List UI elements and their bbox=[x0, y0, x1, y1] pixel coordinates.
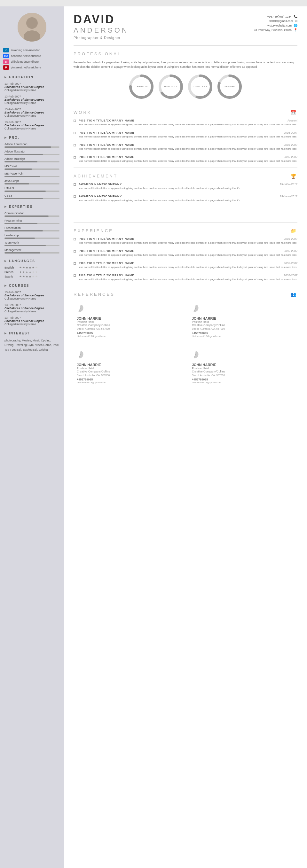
star-5: ★ bbox=[32, 266, 34, 269]
experties-skill-item: Presentation bbox=[4, 226, 60, 231]
website-icon: 🌐 bbox=[294, 24, 298, 27]
work-item: POSITION TITLE/COMPANY NAME 2005-2007 le… bbox=[73, 131, 298, 139]
work-title-row: POSITION TITLE/COMPANY NAME 2005-2007 bbox=[79, 274, 298, 277]
work-dot bbox=[73, 120, 76, 122]
pro-skill-item: Adobe InDesign bbox=[4, 157, 60, 162]
social-item-behance[interactable]: Be behance.net/userishere bbox=[3, 54, 61, 58]
skill-bar-fill bbox=[4, 198, 43, 199]
work-content: AWARDS NAME/COMPANY 15-Janu-2012 less no… bbox=[79, 195, 298, 203]
ref-feather-icon bbox=[192, 350, 294, 361]
work-title: AWARDS NAME/COMPANY bbox=[79, 195, 122, 198]
skill-bar-bg bbox=[4, 147, 60, 148]
ref-address: Street, Australia, CA. 567098 bbox=[192, 374, 294, 377]
work-content: AWARDS NAME/COMPANY 15-Janu-2012 less no… bbox=[79, 183, 298, 190]
concept-label: CONCEPT bbox=[193, 85, 208, 88]
skill-bar-fill bbox=[4, 161, 37, 162]
experties-bar-fill bbox=[4, 238, 35, 239]
ref-name: JOHN HARRIE bbox=[192, 363, 294, 367]
experience-icon: 📁 bbox=[291, 228, 298, 234]
work-dot bbox=[73, 274, 76, 277]
course-degree: Bachalores of Sience Degree bbox=[4, 307, 60, 310]
pro-skill-item: HTML5 bbox=[4, 187, 60, 192]
work-desc: less normal libation letter as opposed u… bbox=[79, 123, 298, 127]
work-item: POSITION TITLE/COMPANY NAME 2005-2007 le… bbox=[73, 261, 298, 269]
work-dot-col bbox=[73, 183, 76, 190]
professional-section-title: PROFESSIONAL bbox=[73, 52, 298, 56]
work-dot bbox=[73, 156, 76, 159]
social-item-pinterest[interactable]: P pinterest.net/useridhere bbox=[3, 65, 61, 70]
concept-circle-creativ: CREATIV bbox=[128, 74, 154, 99]
work-dot bbox=[73, 262, 76, 265]
work-date: 2005-2007 bbox=[284, 131, 298, 134]
ref-feather-icon bbox=[192, 304, 294, 315]
concept-label: INNOVAT bbox=[164, 85, 177, 88]
work-item: AWARDS NAME/COMPANY 15-Janu-2012 less no… bbox=[73, 183, 298, 190]
work-date: 15-Janu-2012 bbox=[279, 183, 298, 186]
ref-email: his/hermail19@gmail.com bbox=[192, 335, 294, 338]
work-calendar-icon: 📅 bbox=[291, 110, 298, 115]
edu-date: 13-Feb-2007 bbox=[4, 95, 60, 98]
star-3: ★ bbox=[26, 271, 28, 274]
social-item-linkedin[interactable]: in linkeding.com/useridno bbox=[3, 48, 61, 53]
achievement-title-text: ACHIEVEMENT bbox=[73, 174, 118, 178]
language-item: French★★★★★★ bbox=[4, 271, 60, 274]
skill-bar-bg bbox=[4, 154, 60, 155]
edu-date: 13-Feb-2007 bbox=[4, 108, 60, 111]
skill-bar-bg bbox=[4, 190, 60, 192]
social-links: in linkeding.com/useridno Be behance.net… bbox=[0, 48, 64, 70]
spacer1 bbox=[73, 207, 298, 220]
avatar bbox=[18, 13, 47, 41]
work-title: POSITION TITLE/COMPANY NAME bbox=[79, 119, 134, 122]
star-6: ★ bbox=[35, 275, 38, 278]
work-content: POSITION TITLE/COMPANY NAME 2005-2007 le… bbox=[79, 143, 298, 151]
ref-address: Street, Australia, CA. 567098 bbox=[77, 328, 179, 330]
course-school: Collage/University Name bbox=[4, 322, 60, 326]
experties-skill-name: Leadership bbox=[4, 234, 60, 237]
work-dot-col bbox=[73, 274, 76, 281]
work-dot-line bbox=[75, 135, 75, 139]
dribbble-icon: dr bbox=[3, 59, 9, 64]
experties-bar-fill bbox=[4, 223, 37, 224]
contact-address-row: 23 Park Way, Brussels, China 📍 bbox=[254, 28, 298, 32]
work-title: POSITION TITLE/COMPANY NAME bbox=[79, 249, 134, 253]
lang-name: English bbox=[4, 266, 17, 269]
work-date: 2005-2007 bbox=[284, 261, 298, 265]
work-date: Present bbox=[287, 119, 298, 122]
work-dot-line bbox=[75, 253, 75, 257]
edu-school: Collage/University Name bbox=[4, 127, 60, 130]
lang-stars: ★★★★★★ bbox=[19, 266, 38, 269]
ref-phone: +456789095 bbox=[192, 378, 294, 381]
experties-bar-bg bbox=[4, 215, 60, 217]
courses-section: COURSES 13-Feb-2007 Bachalores of Sience… bbox=[0, 284, 64, 326]
work-dot-col bbox=[73, 131, 76, 139]
star-4: ★ bbox=[29, 275, 31, 278]
languages-title: LANGUAGES bbox=[4, 259, 60, 263]
work-desc: less normal libation letter as opposed u… bbox=[79, 278, 298, 281]
skill-bar-fill bbox=[4, 176, 40, 177]
ref-email: his/hermail19@gmail.com bbox=[192, 381, 294, 384]
languages-section: LANGUAGES English★★★★★★French★★★★★★Spani… bbox=[0, 259, 64, 278]
social-item-dribbble[interactable]: dr dribble.net/useridhere bbox=[3, 59, 61, 64]
edu-degree: Bachalores of Sience Degree bbox=[4, 124, 60, 127]
work-section-title: WORK 📅 bbox=[73, 110, 298, 115]
course-date: 13-Feb-2007 bbox=[4, 303, 60, 307]
work-item: POSITION TITLE/COMPANY NAME 2005-2007 le… bbox=[73, 249, 298, 257]
first-name: DAVID bbox=[73, 13, 129, 26]
work-dot bbox=[73, 132, 76, 134]
email-icon: ✉ bbox=[295, 19, 298, 23]
work-date: 2005-2007 bbox=[284, 274, 298, 277]
last-name: ANDERSON bbox=[73, 26, 129, 34]
linkedin-text: linkeding.com/useridno bbox=[11, 49, 40, 52]
dribbble-text: dribble.net/useridhere bbox=[11, 60, 39, 63]
ref-name: JOHN HARRIE bbox=[192, 316, 294, 320]
work-title: POSITION TITLE/COMPANY NAME bbox=[79, 237, 134, 240]
work-title-row: POSITION TITLE/COMPANY NAME 2005-2007 bbox=[79, 237, 298, 240]
education-item: 13-Feb-2007 Bachalores of Sience Degree … bbox=[4, 108, 60, 117]
experties-bar-bg bbox=[4, 245, 60, 246]
pro-skill-item: Adobe Photoshop bbox=[4, 143, 60, 148]
work-content: POSITION TITLE/COMPANY NAME 2005-2007 le… bbox=[79, 155, 298, 163]
linkedin-icon: in bbox=[3, 48, 9, 53]
star-6: ★ bbox=[35, 266, 38, 269]
edu-degree: Bachalores of Sience Degree bbox=[4, 111, 60, 114]
work-title-row: AWARDS NAME/COMPANY 15-Janu-2012 bbox=[79, 183, 298, 186]
